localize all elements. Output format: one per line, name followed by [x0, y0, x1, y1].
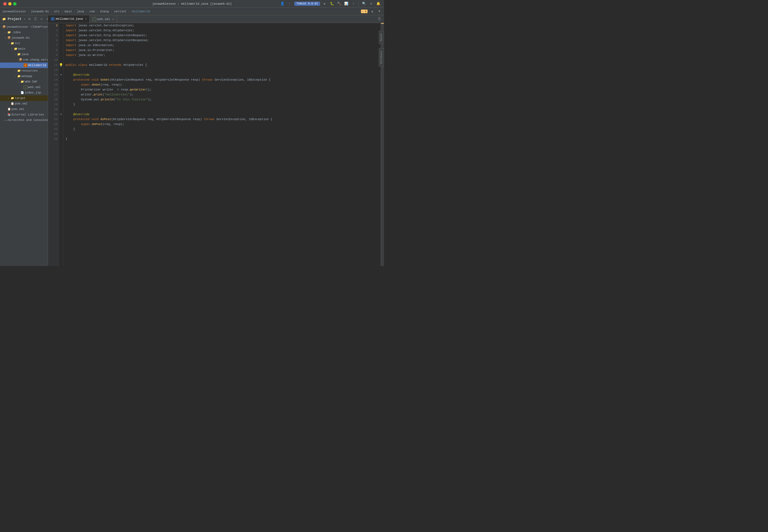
gutter-26 [59, 137, 63, 142]
tree-item-idea[interactable]: ▸ 📁 .idea [0, 30, 48, 35]
debug-button[interactable]: 🐛 [329, 1, 334, 6]
run-button[interactable]: ▶ [322, 1, 327, 6]
maximize-button[interactable] [13, 2, 16, 5]
tree-item-main[interactable]: ▾ 📁 main [0, 46, 48, 52]
code-content[interactable]: import javax.servlet.ServletException; i… [63, 23, 381, 266]
maven-panel-tab[interactable]: Maven [379, 31, 384, 44]
tree-item-src[interactable]: ▾ 📁 src [0, 41, 48, 46]
resources-folder-icon: 📁 [17, 69, 21, 73]
minimize-button[interactable] [8, 2, 12, 5]
tree-label-pom2: pom.xml [12, 107, 24, 111]
java-tab-icon: J [51, 17, 55, 21]
breadcrumb-file[interactable]: HelloWorld [132, 10, 150, 13]
tree-label-resources: resources [21, 69, 38, 72]
xml-tab-icon: x [92, 17, 96, 21]
webxml-icon: x [24, 85, 27, 89]
tree-item-pom2[interactable]: 📋 pom.xml [0, 106, 48, 112]
tree-label-target: target [15, 97, 26, 100]
code-line-22: protected void doPost(HttpServletRequest… [66, 117, 379, 122]
gutter-4 [59, 28, 63, 33]
breadcrumb-module[interactable]: javaweb-01 [31, 10, 49, 13]
gutter-6 [59, 38, 63, 43]
tab-helloworld[interactable]: J HelloWorld.java ✕ [48, 15, 90, 23]
project-folder-icon: 📦 [2, 25, 6, 29]
build-button[interactable]: 🔨 [337, 1, 341, 6]
close-button[interactable] [3, 2, 7, 5]
breadcrumb-main[interactable]: main [64, 10, 72, 13]
tree-item-target[interactable]: ▸ 📁 target [0, 95, 48, 101]
tab-webxml-label: web.xml [97, 18, 110, 21]
account-icon[interactable]: 👤 [280, 1, 285, 6]
tree-item-webinf[interactable]: ▾ 📁 WEB-INF [0, 79, 48, 84]
breadcrumb-root[interactable]: javaweblesson [2, 10, 26, 13]
tab-webxml[interactable]: x web.xml ✕ [90, 15, 117, 23]
gutter-10 [59, 58, 63, 63]
profiler-run-button[interactable]: ⚡ [351, 1, 356, 6]
tree-item-indexjsp[interactable]: 📄 index.jsp [0, 90, 48, 95]
tab-helloworld-close[interactable]: ✕ [85, 17, 87, 21]
run-config-dropdown[interactable]: Tomcat 9.0.62 [294, 2, 320, 6]
window-title: javaweblesson – HelloWorld.java [javaweb… [152, 2, 232, 5]
tree-label-webinf: WEB-INF [25, 80, 37, 83]
collapse-icon[interactable]: ▲ [370, 9, 375, 14]
tree-label-javaweb01: javaweb-01 [12, 36, 30, 39]
expand-icon[interactable]: ▼ [377, 9, 382, 14]
sidebar-tools: ⊞ ☰ ⊙ ⚙ — [27, 17, 48, 22]
code-line-21: @Override [66, 112, 379, 117]
breadcrumb-src[interactable]: src [54, 10, 60, 13]
settings-icon[interactable]: ⚙ [369, 1, 374, 6]
tree-item-java[interactable]: ▾ 📁 java [0, 52, 48, 57]
breadcrumb-zhang[interactable]: zhang [100, 10, 109, 13]
tree-item-helloworld[interactable]: C HelloWorld [0, 63, 48, 68]
notifications-icon[interactable]: 🔔 [376, 1, 381, 6]
tree-item-resources[interactable]: ▸ 📁 resources [0, 68, 48, 73]
tree-label-root: javaweblesson ~/IdeaProjects/javaweb-01-… [6, 26, 48, 29]
expand-arrow: ▾ [1, 26, 2, 29]
tree-item-webapp[interactable]: ▾ 📁 webapp [0, 73, 48, 79]
editor-tab-bar: J HelloWorld.java ✕ x web.xml ✕ ☰ [48, 15, 384, 23]
gutter-5 [59, 33, 63, 38]
tree-item-extlibs[interactable]: ▸ 📚 External Libraries [0, 112, 48, 117]
module-icon: 📦 [7, 36, 11, 40]
sidebar-collapse-all[interactable]: ☰ [33, 17, 38, 22]
database-panel-tab[interactable]: Database [379, 48, 384, 66]
code-line-20 [66, 107, 379, 112]
coverage-button[interactable]: 📊 [344, 1, 349, 6]
tab-webxml-close[interactable]: ✕ [112, 18, 114, 21]
tree-label-webapp: webapp [21, 75, 32, 78]
code-line-7: import java.io.IOException; [66, 43, 379, 48]
tree-item-scratches[interactable]: ▸ ✏ Scratches and Consoles [0, 117, 48, 123]
warning-badge[interactable]: ⚠ 1 [361, 10, 368, 13]
gutter-9 [59, 53, 63, 58]
gutter-13: ● [59, 72, 63, 77]
gutter-23 [59, 122, 63, 127]
vcs-icon[interactable]: ↑ [287, 1, 292, 6]
breadcrumb-java[interactable]: java [77, 10, 84, 13]
gutter-8 [59, 48, 63, 53]
pom2-icon: 📋 [7, 107, 11, 111]
tab-recent-files[interactable]: ☰ [377, 17, 382, 22]
sidebar-scroll-to-file[interactable]: ⊙ [39, 17, 44, 22]
gutter-24 [59, 127, 63, 132]
tree-item-package[interactable]: ▾ 📦 com.zhang.servlet [0, 57, 48, 63]
code-line-24: } [66, 127, 379, 132]
tree-item-javaweb01[interactable]: ▾ 📦 javaweb-01 [0, 35, 48, 41]
search-everywhere-icon[interactable]: 🔍 [362, 1, 366, 6]
sidebar-settings[interactable]: ⚙ [45, 17, 48, 22]
code-editor: 3 4 5 6 7 8 9 10 11 12 13 14 15 16 17 18 [48, 23, 384, 266]
package-icon: 📦 [19, 58, 22, 62]
jsp-icon: 📄 [20, 91, 24, 95]
code-line-6: import javax.servlet.http.HttpServletRes… [66, 38, 379, 43]
code-line-5: import javax.servlet.http.HttpServletReq… [66, 33, 379, 38]
breadcrumb-servlet[interactable]: servlet [114, 10, 127, 13]
tree-item-pom1[interactable]: 📋 pom.xml [0, 101, 48, 106]
code-line-23: super.doPost(req, resp); [66, 122, 379, 127]
code-line-18: System.out.println("In this function"); [66, 97, 379, 102]
line-numbers: 3 4 5 6 7 8 9 10 11 12 13 14 15 16 17 18 [48, 23, 59, 266]
tree-item-webxml[interactable]: x web.xml [0, 84, 48, 90]
sidebar-expand-all[interactable]: ⊞ [27, 17, 32, 22]
tree-item-root[interactable]: ▾ 📦 javaweblesson ~/IdeaProjects/javaweb… [0, 24, 48, 30]
breadcrumb-com[interactable]: com [89, 10, 95, 13]
tree-label-helloworld: HelloWorld [28, 64, 46, 67]
gutter-7 [59, 43, 63, 48]
